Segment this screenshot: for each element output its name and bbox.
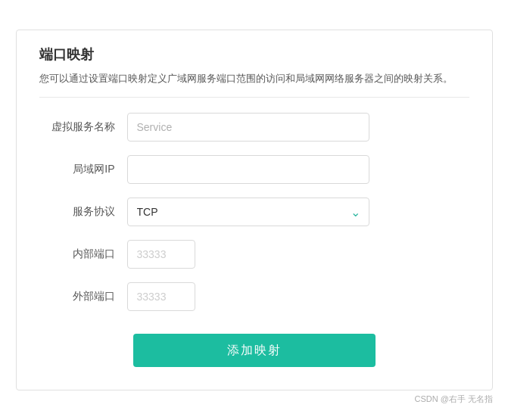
external-port-row: 外部端口: [39, 282, 469, 311]
external-port-input[interactable]: [127, 282, 195, 311]
submit-row: 添加映射: [39, 334, 469, 367]
lan-ip-input[interactable]: [127, 155, 369, 184]
external-port-label: 外部端口: [39, 290, 115, 303]
internal-port-label: 内部端口: [39, 247, 115, 261]
internal-port-row: 内部端口: [39, 240, 469, 269]
watermark-text: CSDN @右手 无名指: [415, 394, 493, 405]
internal-port-input[interactable]: [127, 240, 195, 269]
service-name-label: 虚拟服务名称: [39, 120, 115, 134]
protocol-row: 服务协议 TCP UDP ALL ⌄: [39, 198, 469, 226]
service-name-input[interactable]: [127, 113, 369, 142]
protocol-select-wrapper: TCP UDP ALL ⌄: [127, 198, 369, 226]
protocol-select[interactable]: TCP UDP ALL: [127, 198, 369, 226]
service-name-row: 虚拟服务名称: [39, 113, 469, 142]
protocol-label: 服务协议: [39, 205, 115, 219]
page-description: 您可以通过设置端口映射定义广域网服务端口范围的访问和局域网网络服务器之间的映射关…: [39, 71, 469, 98]
lan-ip-row: 局域网IP: [39, 155, 469, 184]
add-mapping-button[interactable]: 添加映射: [133, 334, 376, 367]
lan-ip-label: 局域网IP: [39, 163, 115, 176]
page-title: 端口映射: [39, 45, 469, 64]
port-mapping-card: 端口映射 您可以通过设置端口映射定义广域网服务端口范围的访问和局域网网络服务器之…: [16, 30, 493, 391]
